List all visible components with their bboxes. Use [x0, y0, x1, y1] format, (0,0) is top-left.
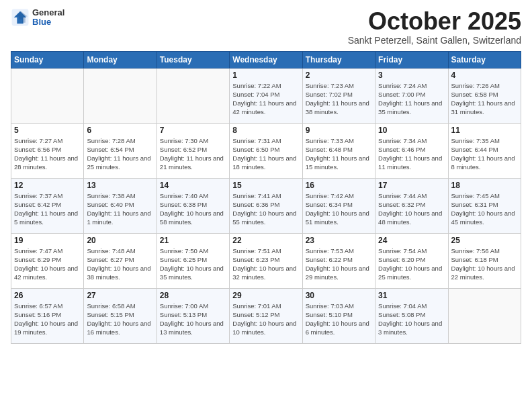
day-info: Sunrise: 7:37 AMSunset: 6:42 PMDaylight:… [14, 191, 81, 227]
day-info: Sunrise: 7:45 AMSunset: 6:31 PMDaylight:… [451, 191, 518, 227]
day-info: Sunrise: 7:47 AMSunset: 6:29 PMDaylight:… [14, 246, 81, 282]
day-info: Sunrise: 7:35 AMSunset: 6:44 PMDaylight:… [451, 136, 518, 172]
day-info: Sunrise: 7:33 AMSunset: 6:48 PMDaylight:… [306, 136, 372, 172]
day-number: 5 [14, 126, 81, 135]
calendar-week-3: 12Sunrise: 7:37 AMSunset: 6:42 PMDayligh… [11, 178, 521, 233]
calendar-cell: 28Sunrise: 7:00 AMSunset: 5:13 PMDayligh… [157, 288, 229, 343]
day-info: Sunrise: 7:03 AMSunset: 5:10 PMDaylight:… [306, 302, 372, 337]
calendar-cell: 16Sunrise: 7:42 AMSunset: 6:34 PMDayligh… [302, 178, 375, 233]
day-number: 10 [378, 126, 445, 135]
day-info: Sunrise: 7:54 AMSunset: 6:20 PMDaylight:… [378, 246, 445, 282]
day-number: 3 [378, 71, 445, 80]
calendar-cell: 4Sunrise: 7:26 AMSunset: 6:58 PMDaylight… [448, 68, 521, 123]
day-info: Sunrise: 7:48 AMSunset: 6:27 PMDaylight:… [87, 246, 153, 282]
calendar-cell: 29Sunrise: 7:01 AMSunset: 5:12 PMDayligh… [230, 288, 302, 343]
day-header-monday: Monday [84, 51, 157, 68]
calendar-cell: 15Sunrise: 7:41 AMSunset: 6:36 PMDayligh… [230, 178, 302, 233]
day-number: 2 [306, 71, 372, 80]
day-number: 29 [232, 291, 299, 300]
calendar-cell: 31Sunrise: 7:04 AMSunset: 5:08 PMDayligh… [375, 288, 448, 343]
day-header-thursday: Thursday [302, 51, 375, 68]
calendar-cell: 11Sunrise: 7:35 AMSunset: 6:44 PMDayligh… [448, 123, 521, 178]
day-header-tuesday: Tuesday [157, 51, 229, 68]
calendar-cell: 21Sunrise: 7:50 AMSunset: 6:25 PMDayligh… [157, 233, 229, 288]
location: Sankt Peterzell, Saint Gallen, Switzerla… [348, 35, 521, 46]
day-number: 23 [306, 236, 372, 245]
calendar-cell: 9Sunrise: 7:33 AMSunset: 6:48 PMDaylight… [302, 123, 375, 178]
calendar-cell: 3Sunrise: 7:24 AMSunset: 7:00 PMDaylight… [375, 68, 448, 123]
day-number: 25 [451, 236, 518, 245]
day-info: Sunrise: 7:24 AMSunset: 7:00 PMDaylight:… [378, 81, 445, 117]
calendar: SundayMondayTuesdayWednesdayThursdayFrid… [11, 51, 521, 344]
day-header-sunday: Sunday [11, 51, 84, 68]
day-info: Sunrise: 7:01 AMSunset: 5:12 PMDaylight:… [232, 302, 299, 337]
logo-text: General Blue [32, 8, 64, 28]
logo-general: General [32, 8, 64, 17]
page-container: General Blue October 2025 Sankt Peterzel… [0, 0, 532, 349]
day-number: 27 [87, 291, 153, 300]
calendar-cell [448, 288, 521, 343]
day-info: Sunrise: 7:27 AMSunset: 6:56 PMDaylight:… [14, 136, 81, 172]
day-info: Sunrise: 7:04 AMSunset: 5:08 PMDaylight:… [378, 302, 445, 337]
day-info: Sunrise: 7:22 AMSunset: 7:04 PMDaylight:… [232, 81, 299, 117]
day-number: 26 [14, 291, 81, 300]
day-info: Sunrise: 7:56 AMSunset: 6:18 PMDaylight:… [451, 246, 518, 282]
calendar-week-2: 5Sunrise: 7:27 AMSunset: 6:56 PMDaylight… [11, 123, 521, 178]
calendar-header-row: SundayMondayTuesdayWednesdayThursdayFrid… [11, 51, 521, 68]
day-info: Sunrise: 7:41 AMSunset: 6:36 PMDaylight:… [232, 191, 299, 227]
day-number: 30 [306, 291, 372, 300]
day-number: 17 [378, 181, 445, 190]
day-info: Sunrise: 6:58 AMSunset: 5:15 PMDaylight:… [87, 302, 153, 337]
day-info: Sunrise: 7:53 AMSunset: 6:22 PMDaylight:… [306, 246, 372, 282]
day-number: 7 [160, 126, 226, 135]
day-number: 12 [14, 181, 81, 190]
day-number: 8 [232, 126, 299, 135]
calendar-cell [157, 68, 229, 123]
day-info: Sunrise: 6:57 AMSunset: 5:16 PMDaylight:… [14, 302, 81, 337]
logo-blue: Blue [32, 17, 64, 27]
header: General Blue October 2025 Sankt Peterzel… [11, 8, 521, 46]
day-info: Sunrise: 7:50 AMSunset: 6:25 PMDaylight:… [160, 246, 226, 282]
calendar-cell: 6Sunrise: 7:28 AMSunset: 6:54 PMDaylight… [84, 123, 157, 178]
day-info: Sunrise: 7:30 AMSunset: 6:52 PMDaylight:… [160, 136, 226, 172]
calendar-cell: 30Sunrise: 7:03 AMSunset: 5:10 PMDayligh… [302, 288, 375, 343]
calendar-week-1: 1Sunrise: 7:22 AMSunset: 7:04 PMDaylight… [11, 68, 521, 123]
day-number: 13 [87, 181, 153, 190]
calendar-week-4: 19Sunrise: 7:47 AMSunset: 6:29 PMDayligh… [11, 233, 521, 288]
day-header-wednesday: Wednesday [230, 51, 302, 68]
calendar-cell: 24Sunrise: 7:54 AMSunset: 6:20 PMDayligh… [375, 233, 448, 288]
day-number: 28 [160, 291, 226, 300]
day-number: 20 [87, 236, 153, 245]
calendar-cell: 13Sunrise: 7:38 AMSunset: 6:40 PMDayligh… [84, 178, 157, 233]
day-info: Sunrise: 7:34 AMSunset: 6:46 PMDaylight:… [378, 136, 445, 172]
calendar-cell: 14Sunrise: 7:40 AMSunset: 6:38 PMDayligh… [157, 178, 229, 233]
day-number: 24 [378, 236, 445, 245]
calendar-cell: 22Sunrise: 7:51 AMSunset: 6:23 PMDayligh… [230, 233, 302, 288]
calendar-cell: 25Sunrise: 7:56 AMSunset: 6:18 PMDayligh… [448, 233, 521, 288]
day-number: 6 [87, 126, 153, 135]
day-info: Sunrise: 7:26 AMSunset: 6:58 PMDaylight:… [451, 81, 518, 117]
calendar-cell: 19Sunrise: 7:47 AMSunset: 6:29 PMDayligh… [11, 233, 84, 288]
title-section: October 2025 Sankt Peterzell, Saint Gall… [348, 8, 521, 46]
month-title: October 2025 [348, 8, 521, 35]
day-info: Sunrise: 7:44 AMSunset: 6:32 PMDaylight:… [378, 191, 445, 227]
day-header-friday: Friday [375, 51, 448, 68]
logo: General Blue [11, 8, 64, 28]
day-number: 21 [160, 236, 226, 245]
day-number: 15 [232, 181, 299, 190]
calendar-cell: 20Sunrise: 7:48 AMSunset: 6:27 PMDayligh… [84, 233, 157, 288]
calendar-cell [11, 68, 84, 123]
day-number: 16 [306, 181, 372, 190]
calendar-cell: 2Sunrise: 7:23 AMSunset: 7:02 PMDaylight… [302, 68, 375, 123]
calendar-cell: 10Sunrise: 7:34 AMSunset: 6:46 PMDayligh… [375, 123, 448, 178]
day-number: 1 [232, 71, 299, 80]
calendar-cell: 5Sunrise: 7:27 AMSunset: 6:56 PMDaylight… [11, 123, 84, 178]
calendar-week-5: 26Sunrise: 6:57 AMSunset: 5:16 PMDayligh… [11, 288, 521, 343]
day-info: Sunrise: 7:38 AMSunset: 6:40 PMDaylight:… [87, 191, 153, 227]
day-info: Sunrise: 7:40 AMSunset: 6:38 PMDaylight:… [160, 191, 226, 227]
day-number: 18 [451, 181, 518, 190]
day-number: 11 [451, 126, 518, 135]
day-number: 4 [451, 71, 518, 80]
logo-icon [11, 8, 30, 27]
day-info: Sunrise: 7:23 AMSunset: 7:02 PMDaylight:… [306, 81, 372, 117]
